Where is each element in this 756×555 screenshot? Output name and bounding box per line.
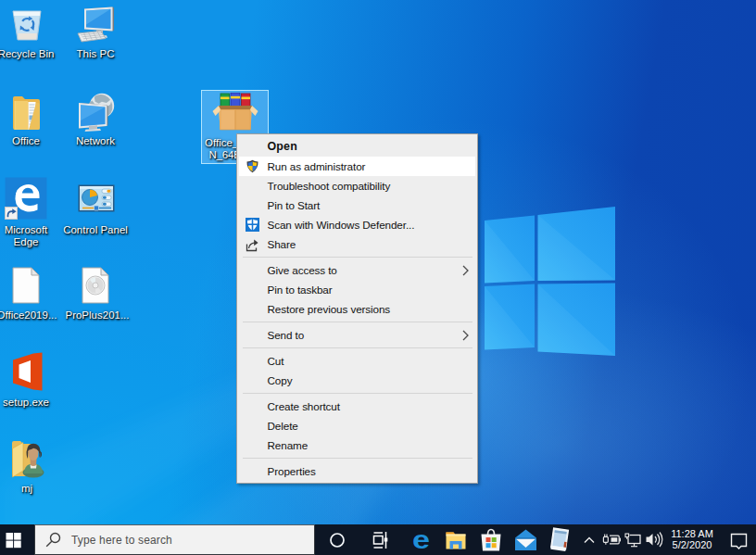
svg-text:e: e <box>412 525 430 554</box>
